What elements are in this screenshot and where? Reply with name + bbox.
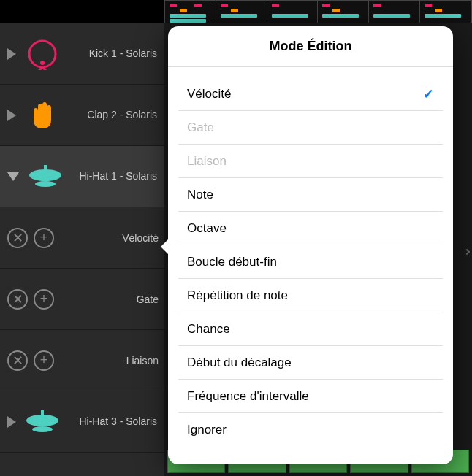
param-label: Gate [60,293,164,305]
track-list: Kick 1 - Solaris Clap 2 - Solaris Hi-Hat… [0,23,164,476]
popover-title: Mode Édition [168,26,453,67]
option-label: Ignorer [187,423,434,437]
option-label: Boucle début-fin [187,255,434,269]
track-row-kick[interactable]: Kick 1 - Solaris [0,23,164,85]
track-row-hihat-3[interactable]: Hi-Hat 3 - Solaris [0,391,164,453]
edit-mode-option[interactable]: Vélocité✓ [178,77,443,111]
hihat-icon [28,159,63,194]
option-label: Octave [187,221,434,236]
option-label: Fréquence d'intervalle [187,389,434,404]
param-label: Liaison [60,355,164,366]
track-label: Hi-Hat 3 - Solaris [67,415,157,428]
svg-rect-5 [44,165,47,172]
checkmark-icon: ✓ [423,86,434,102]
disclosure-play-icon[interactable] [7,416,16,428]
clap-hand-icon [25,98,60,133]
option-label: Chance [187,322,434,337]
edit-mode-option[interactable]: Ignorer [178,413,443,447]
edit-mode-option: Liaison [178,145,443,178]
svg-point-9 [32,426,53,432]
disclosure-play-icon[interactable] [7,110,16,121]
disclosure-expand-icon[interactable] [7,172,19,181]
remove-param-button[interactable]: ✕ [7,228,28,248]
scroll-right-indicator[interactable] [464,249,470,255]
option-label: Note [187,188,434,202]
svg-point-3 [40,61,45,65]
svg-rect-8 [41,410,44,418]
add-param-button[interactable]: + [34,228,54,248]
add-param-button[interactable]: + [34,289,54,310]
edit-mode-option[interactable]: Octave [178,212,443,245]
edit-mode-option[interactable]: Début du décalage [178,346,443,380]
option-label: Répétition de note [187,288,434,303]
param-label: Vélocité [60,232,164,244]
track-label: Hi-Hat 1 - Solaris [70,169,157,183]
option-label: Début du décalage [187,356,434,370]
remove-param-button[interactable]: ✕ [7,289,28,310]
param-row-liaison[interactable]: ✕ + Liaison [0,330,164,391]
edit-mode-option[interactable]: Fréquence d'intervalle [178,380,443,413]
kick-drum-icon [25,37,60,72]
add-param-button[interactable]: + [34,350,54,371]
edit-mode-option[interactable]: Chance [178,312,443,346]
edit-mode-option[interactable]: Répétition de note [178,279,443,312]
track-row-clap[interactable]: Clap 2 - Solaris [0,85,164,146]
hihat-icon [25,404,60,439]
track-label: Kick 1 - Solaris [67,47,157,60]
edit-mode-option: Gate [178,111,443,145]
track-label: Clap 2 - Solaris [67,108,157,121]
edit-mode-option[interactable]: Note [178,178,443,212]
svg-point-6 [35,181,56,187]
param-row-gate[interactable]: ✕ + Gate [0,269,164,330]
edit-mode-popover: Mode Édition Vélocité✓GateLiaisonNoteOct… [168,26,453,464]
option-label: Vélocité [187,87,423,101]
timeline-overview [164,0,472,23]
option-label: Gate [187,120,434,135]
option-label: Liaison [187,154,434,169]
disclosure-play-icon[interactable] [7,48,16,60]
edit-mode-option[interactable]: Boucle début-fin [178,245,443,279]
popover-list[interactable]: Vélocité✓GateLiaisonNoteOctaveBoucle déb… [168,67,453,464]
param-row-velocity[interactable]: ✕ + Vélocité [0,207,164,269]
remove-param-button[interactable]: ✕ [7,350,28,371]
track-row-hihat-1[interactable]: Hi-Hat 1 - Solaris [0,146,164,207]
